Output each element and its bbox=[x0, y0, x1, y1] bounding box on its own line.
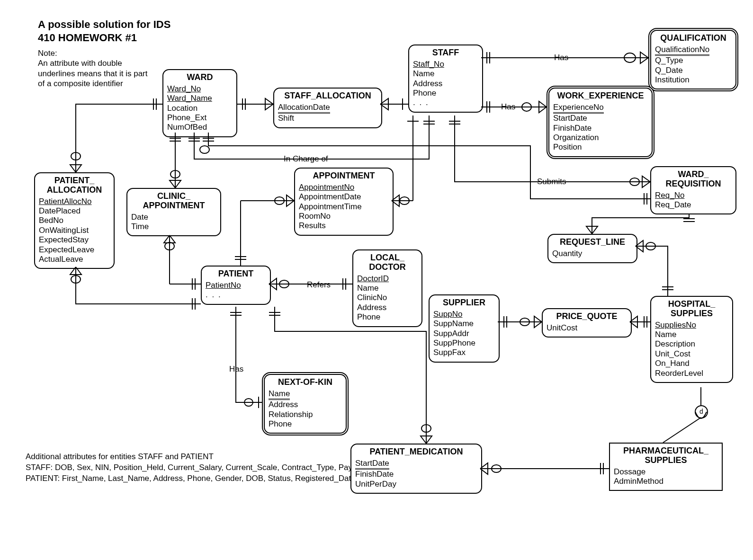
entity-ward: WARD Ward_No Ward_Name Location Phone_Ex… bbox=[162, 69, 237, 137]
entity-patient-allocation: PATIENT_ALLOCATION PatientAllocNo DatePl… bbox=[34, 172, 115, 269]
svg-point-12 bbox=[522, 103, 531, 111]
svg-point-55 bbox=[279, 280, 289, 288]
svg-point-51 bbox=[71, 276, 81, 283]
rel-refers: Refers bbox=[305, 280, 332, 290]
entity-appointment: APPOINTMENT AppointmentNo AppointmentDat… bbox=[294, 168, 394, 236]
svg-point-27 bbox=[630, 178, 639, 186]
entity-staff-allocation: STAFF_ALLOCATION AllocationDate Shift bbox=[273, 88, 382, 128]
rel-submits: Submits bbox=[535, 177, 568, 187]
rel-has-workexp: Has bbox=[499, 102, 517, 112]
svg-point-15 bbox=[200, 146, 209, 153]
disjoint-marker: d bbox=[695, 405, 708, 418]
svg-point-67 bbox=[244, 399, 253, 406]
svg-point-24 bbox=[170, 170, 180, 178]
entity-request-line: REQUEST_LINE Quantity bbox=[547, 234, 637, 263]
entity-local-doctor: LOCAL_DOCTOR DoctorID Name ClinicNo Addr… bbox=[352, 249, 422, 327]
entity-work-experience: WORK_EXPERIENCE ExperienceNo StartDate F… bbox=[548, 88, 653, 157]
rel-in-charge-of: In Charge of bbox=[282, 154, 330, 164]
page-header: A possible solution for IDS 410 HOMEWORK… bbox=[38, 18, 170, 44]
svg-point-48 bbox=[165, 242, 174, 250]
svg-line-77 bbox=[663, 418, 701, 443]
entity-patient-medication: PATIENT_MEDICATION StartDate FinishDate … bbox=[350, 444, 482, 494]
entity-ward-requisition: WARD_REQUISITION Req_No Req_Date bbox=[650, 166, 736, 214]
entity-supplier: SUPPLIER SuppNo SuppName SuppAddr SuppPh… bbox=[429, 294, 500, 363]
svg-point-45 bbox=[275, 197, 284, 204]
entity-hospital-supplies: HOSPITAL_SUPPLIES SuppliesNo Name Descri… bbox=[650, 296, 733, 383]
entity-patient: PATIENT PatientNo . . . bbox=[201, 266, 271, 305]
page-header-line1: A possible solution for IDS bbox=[38, 18, 170, 31]
svg-point-61 bbox=[520, 318, 529, 326]
entity-qualification: QUALIFICATION QualificationNo Q_Type Q_D… bbox=[650, 30, 736, 89]
rel-has-nok: Has bbox=[227, 364, 245, 374]
entity-pharmaceutical-supplies: PHARMACEUTICAL_SUPPLIES Dossage AdminMet… bbox=[609, 443, 723, 491]
svg-point-8 bbox=[624, 53, 636, 62]
entity-price-quote: PRICE_QUOTE UnitCost bbox=[542, 308, 632, 338]
page-note: Note: An attribute with double underline… bbox=[38, 48, 148, 89]
entity-next-of-kin: NEXT-OF-KIN Name Address Relationship Ph… bbox=[264, 374, 347, 434]
svg-point-20 bbox=[71, 152, 81, 160]
entity-staff: STAFF Staff_No Name Address Phone . . . bbox=[408, 44, 483, 113]
svg-point-31 bbox=[400, 197, 409, 204]
svg-point-71 bbox=[421, 425, 431, 432]
svg-point-73 bbox=[492, 465, 501, 472]
entity-clinic-appointment: CLINIC_APPOINTMENT Date Time bbox=[126, 188, 221, 236]
page-header-line2: 410 HOMEWORK #1 bbox=[38, 31, 170, 44]
rel-has-qualification: Has bbox=[552, 53, 570, 62]
svg-point-36 bbox=[646, 242, 655, 250]
